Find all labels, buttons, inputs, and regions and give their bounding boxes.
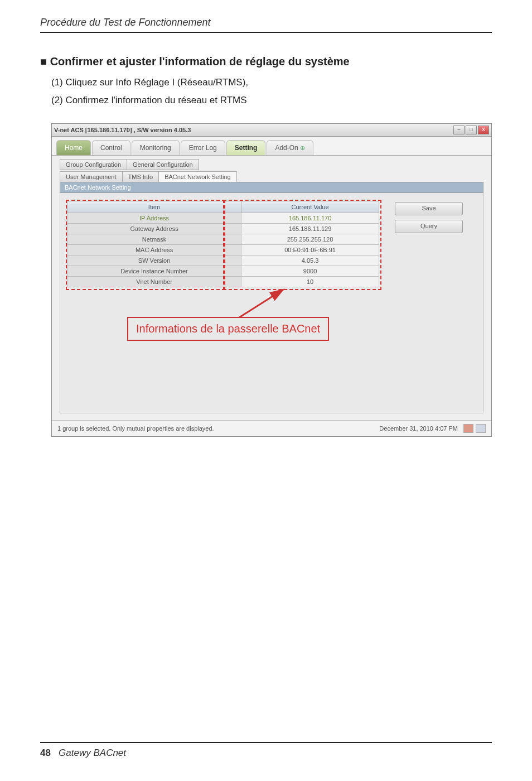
panel-title: BACnet Network Setting <box>60 182 483 193</box>
cell-value: 00:E0:91:0F:6B:91 <box>241 244 379 255</box>
cell-label: Device Instance Number <box>67 266 241 276</box>
cell-label: MAC Address <box>67 244 241 255</box>
cell-label: Vnet Number <box>67 276 241 287</box>
bullet-2: (2) Confirmez l'information du réseau et… <box>51 91 492 109</box>
tab-general-configuration[interactable]: General Configuration <box>127 159 199 170</box>
main-nav: Home Control Monitoring Error Log Settin… <box>52 137 491 156</box>
title-bar: V-net ACS [165.186.11.170] , S/W version… <box>52 124 491 137</box>
status-text-left: 1 group is selected. Only mutual propert… <box>57 425 214 432</box>
cell-label: Netmask <box>67 234 241 244</box>
subtabs-level1: Group Configuration General Configuratio… <box>60 159 483 170</box>
header-rule <box>40 32 492 33</box>
window-title: V-net ACS [165.186.11.170] , S/W version… <box>54 127 191 133</box>
page-header: Procédure du Test de Fonctionnement <box>40 17 492 28</box>
table-row: Gateway Address 165.186.11.129 <box>67 223 379 234</box>
tab-errorlog[interactable]: Error Log <box>181 140 225 155</box>
maximize-button[interactable]: □ <box>466 126 477 134</box>
tab-monitoring[interactable]: Monitoring <box>132 140 180 155</box>
table-row: Vnet Number 10 <box>67 276 379 287</box>
footer-rule <box>40 742 492 743</box>
cell-label: IP Address <box>67 213 241 223</box>
plus-icon: ⊕ <box>300 144 305 152</box>
panel-body: Item Current Value IP Address 165.186.11… <box>60 193 483 413</box>
col-header-value: Current Value <box>241 201 379 213</box>
tab-control[interactable]: Control <box>92 140 130 155</box>
tab-addon[interactable]: Add-On⊕ <box>267 140 313 155</box>
cell-value: 165.186.11.129 <box>241 223 379 234</box>
status-icon <box>476 424 486 433</box>
cell-label: SW Version <box>67 255 241 266</box>
page-footer: 48 Gatewy BACnet <box>40 742 492 759</box>
table-row: Netmask 255.255.255.128 <box>67 234 379 244</box>
status-icon <box>463 424 473 433</box>
tab-home[interactable]: Home <box>56 140 91 155</box>
minimize-button[interactable]: – <box>453 126 465 134</box>
cell-value: 4.05.3 <box>241 255 379 266</box>
tab-addon-label: Add-On <box>275 144 298 152</box>
tab-setting[interactable]: Setting <box>226 140 266 155</box>
tab-user-management[interactable]: User Management <box>60 171 123 182</box>
app-window: V-net ACS [165.186.11.170] , S/W version… <box>51 123 492 437</box>
subtabs-level2: User Management TMS Info BACnet Network … <box>60 171 483 182</box>
save-button[interactable]: Save <box>395 202 463 215</box>
annotation-box: Informations de la passerelle BACnet <box>127 317 329 341</box>
bullet-1: (1) Cliquez sur Info Réglage I (Réseau/R… <box>51 74 492 91</box>
table-row: MAC Address 00:E0:91:0F:6B:91 <box>67 244 379 255</box>
col-header-item: Item <box>67 201 241 213</box>
close-button[interactable]: X <box>478 126 489 134</box>
table-row: Device Instance Number 9000 <box>67 266 379 276</box>
settings-table: Item Current Value IP Address 165.186.11… <box>67 201 379 287</box>
cell-value: 255.255.255.128 <box>241 234 379 244</box>
table-row: IP Address 165.186.11.170 <box>67 213 379 223</box>
tab-group-configuration[interactable]: Group Configuration <box>60 159 127 170</box>
cell-label: Gateway Address <box>67 223 241 234</box>
cell-value: 10 <box>241 276 379 287</box>
cell-value: 165.186.11.170 <box>241 213 379 223</box>
page-number: 48 <box>40 748 51 758</box>
table-row: SW Version 4.05.3 <box>67 255 379 266</box>
cell-value: 9000 <box>241 266 379 276</box>
tab-bacnet-network-setting[interactable]: BACnet Network Setting <box>158 171 237 182</box>
query-button[interactable]: Query <box>395 220 463 233</box>
status-bar: 1 group is selected. Only mutual propert… <box>52 420 491 436</box>
tab-tms-info[interactable]: TMS Info <box>122 171 159 182</box>
section-title: ■ Confirmer et ajuster l'information de … <box>40 55 492 68</box>
status-text-right: December 31, 2010 4:07 PM <box>379 425 458 432</box>
product-name: Gatewy BACnet <box>59 748 126 758</box>
